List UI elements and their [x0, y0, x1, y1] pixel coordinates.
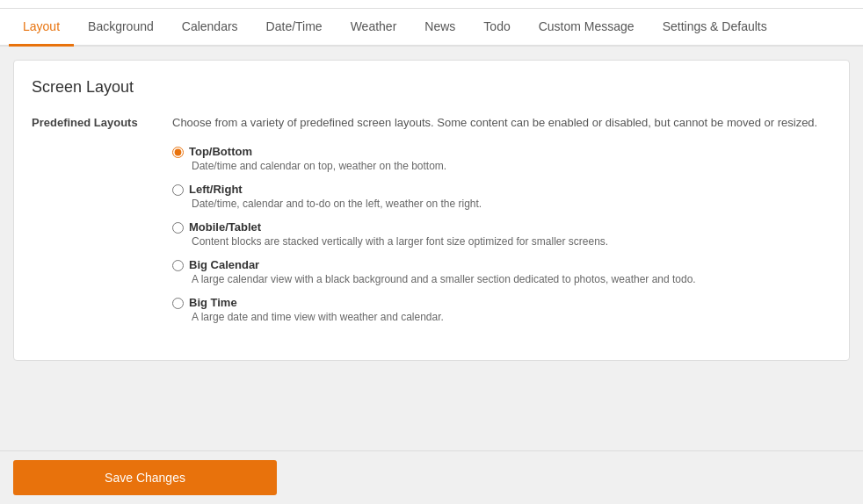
- content-area: Screen Layout Predefined Layouts Choose …: [0, 47, 863, 374]
- radio-input-big-time[interactable]: [172, 298, 184, 309]
- radio-option-big-time: Big TimeA large date and time view with …: [172, 296, 831, 323]
- form-content: Choose from a variety of predefined scre…: [172, 114, 831, 334]
- tab-weather[interactable]: Weather: [337, 9, 411, 47]
- tab-calendars[interactable]: Calendars: [168, 9, 252, 47]
- tab-background[interactable]: Background: [74, 9, 168, 47]
- tab-news[interactable]: News: [410, 9, 469, 47]
- radio-option-top-bottom: Top/BottomDate/time and calendar on top,…: [172, 145, 831, 172]
- radio-desc-left-right: Date/time, calendar and to-do on the lef…: [192, 198, 831, 210]
- form-label: Predefined Layouts: [32, 114, 172, 129]
- radio-label-left-right: Left/Right: [189, 183, 243, 196]
- radio-option-big-calendar: Big CalendarA large calendar view with a…: [172, 258, 831, 285]
- radio-desc-mobile-tablet: Content blocks are stacked vertically wi…: [192, 235, 831, 248]
- radio-label-big-calendar: Big Calendar: [189, 258, 259, 271]
- radio-option-left-right: Left/RightDate/time, calendar and to-do …: [172, 183, 831, 210]
- tab-datetime[interactable]: Date/Time: [252, 9, 337, 47]
- predefined-layouts-row: Predefined Layouts Choose from a variety…: [32, 114, 831, 334]
- top-bar: [0, 0, 863, 9]
- radio-options-container: Top/BottomDate/time and calendar on top,…: [172, 145, 831, 323]
- radio-input-top-bottom[interactable]: [172, 147, 184, 158]
- screen-layout-card: Screen Layout Predefined Layouts Choose …: [13, 60, 850, 361]
- radio-option-mobile-tablet: Mobile/TabletContent blocks are stacked …: [172, 220, 831, 248]
- card-title: Screen Layout: [32, 78, 831, 97]
- radio-input-mobile-tablet[interactable]: [172, 222, 184, 234]
- tab-settings-defaults[interactable]: Settings & Defaults: [649, 9, 781, 47]
- radio-desc-big-time: A large date and time view with weather …: [192, 311, 831, 323]
- tab-custom-message[interactable]: Custom Message: [525, 9, 649, 47]
- radio-label-big-time: Big Time: [189, 296, 237, 309]
- radio-desc-big-calendar: A large calendar view with a black backg…: [192, 273, 831, 285]
- tab-todo[interactable]: Todo: [469, 9, 524, 47]
- radio-desc-top-bottom: Date/time and calendar on top, weather o…: [192, 160, 831, 172]
- radio-input-left-right[interactable]: [172, 184, 184, 196]
- tabs-nav: LayoutBackgroundCalendarsDate/TimeWeathe…: [0, 9, 863, 47]
- layout-description: Choose from a variety of predefined scre…: [172, 114, 831, 132]
- radio-input-big-calendar[interactable]: [172, 260, 184, 271]
- radio-label-mobile-tablet: Mobile/Tablet: [189, 220, 261, 234]
- tab-layout[interactable]: Layout: [9, 9, 74, 47]
- radio-label-top-bottom: Top/Bottom: [189, 145, 252, 158]
